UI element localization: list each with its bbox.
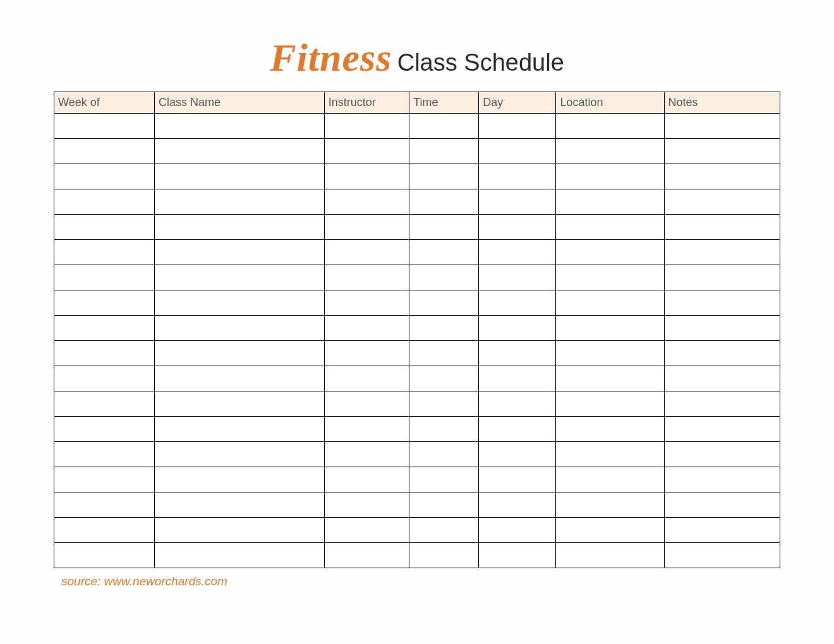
cell-day (479, 417, 556, 442)
cell-instructor (324, 467, 409, 492)
table-row (54, 139, 780, 164)
table-row (54, 442, 780, 467)
cell-week (54, 391, 155, 417)
table-row (54, 215, 780, 240)
cell-class_name (154, 265, 324, 290)
cell-time (409, 467, 479, 492)
table-row (54, 114, 780, 139)
cell-location (556, 189, 664, 215)
cell-instructor (324, 265, 409, 290)
cell-notes (664, 240, 780, 265)
cell-location (556, 139, 664, 164)
cell-day (479, 240, 556, 265)
cell-day (479, 442, 556, 467)
cell-class_name (154, 492, 324, 518)
cell-week (54, 543, 155, 568)
schedule-table: Week of Class Name Instructor Time Day L… (54, 92, 780, 568)
header-week: Week of (54, 92, 155, 114)
cell-week (54, 518, 155, 543)
cell-class_name (154, 417, 324, 442)
page-title: Fitness Class Schedule (54, 35, 780, 80)
cell-week (54, 139, 155, 164)
cell-day (479, 164, 556, 189)
cell-week (54, 215, 155, 240)
cell-class_name (154, 518, 324, 543)
cell-time (409, 215, 479, 240)
cell-time (409, 543, 479, 568)
cell-notes (664, 417, 780, 442)
cell-location (556, 215, 664, 240)
cell-instructor (324, 391, 409, 417)
cell-notes (664, 341, 780, 366)
table-row (54, 518, 780, 543)
cell-class_name (154, 290, 324, 316)
title-main: Class Schedule (397, 49, 564, 76)
cell-week (54, 189, 155, 215)
header-class: Class Name (154, 92, 324, 114)
cell-day (479, 341, 556, 366)
cell-location (556, 492, 664, 518)
table-row (54, 189, 780, 215)
cell-instructor (324, 341, 409, 366)
cell-day (479, 114, 556, 139)
cell-day (479, 391, 556, 417)
cell-location (556, 265, 664, 290)
cell-class_name (154, 442, 324, 467)
cell-notes (664, 114, 780, 139)
table-row (54, 543, 780, 568)
cell-location (556, 316, 664, 341)
header-location: Location (556, 92, 664, 114)
header-time: Time (409, 92, 479, 114)
cell-location (556, 417, 664, 442)
cell-time (409, 442, 479, 467)
table-row (54, 240, 780, 265)
cell-time (409, 290, 479, 316)
cell-week (54, 114, 155, 139)
cell-location (556, 543, 664, 568)
cell-instructor (324, 215, 409, 240)
cell-time (409, 518, 479, 543)
cell-class_name (154, 467, 324, 492)
cell-week (54, 366, 155, 391)
cell-time (409, 265, 479, 290)
cell-class_name (154, 139, 324, 164)
cell-day (479, 518, 556, 543)
cell-week (54, 316, 155, 341)
cell-notes (664, 543, 780, 568)
page-container: Fitness Class Schedule Week of Class Nam… (0, 0, 834, 588)
cell-notes (664, 290, 780, 316)
cell-time (409, 240, 479, 265)
cell-notes (664, 366, 780, 391)
table-row (54, 391, 780, 417)
table-header-row: Week of Class Name Instructor Time Day L… (54, 92, 780, 114)
cell-notes (664, 492, 780, 518)
cell-location (556, 518, 664, 543)
cell-notes (664, 265, 780, 290)
cell-time (409, 366, 479, 391)
table-row (54, 467, 780, 492)
cell-time (409, 164, 479, 189)
table-row (54, 290, 780, 316)
cell-location (556, 114, 664, 139)
table-row (54, 341, 780, 366)
cell-instructor (324, 366, 409, 391)
cell-instructor (324, 442, 409, 467)
cell-location (556, 290, 664, 316)
cell-notes (664, 442, 780, 467)
cell-time (409, 316, 479, 341)
cell-location (556, 341, 664, 366)
cell-day (479, 265, 556, 290)
cell-class_name (154, 215, 324, 240)
cell-class_name (154, 316, 324, 341)
cell-time (409, 139, 479, 164)
cell-class_name (154, 189, 324, 215)
cell-instructor (324, 417, 409, 442)
cell-notes (664, 391, 780, 417)
cell-instructor (324, 518, 409, 543)
cell-instructor (324, 492, 409, 518)
table-row (54, 265, 780, 290)
cell-week (54, 341, 155, 366)
cell-instructor (324, 164, 409, 189)
source-text: source: www.neworchards.com (61, 575, 780, 588)
cell-notes (664, 164, 780, 189)
